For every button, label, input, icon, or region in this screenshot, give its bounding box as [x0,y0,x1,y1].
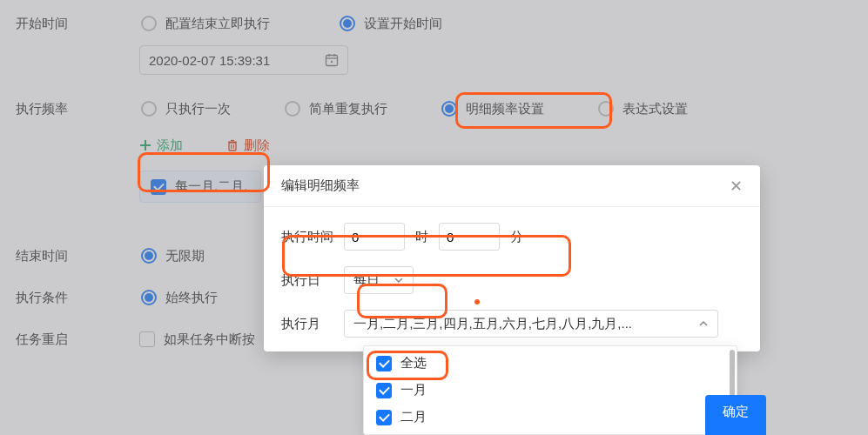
edit-frequency-modal: 编辑明细频率 ✕ 执行时间 时 分 执行日 每日 执行月 一月,二月,三月,四月… [264,165,760,351]
radio-start-set[interactable]: 设置开始时间 [338,12,444,36]
minute-unit: 分 [510,229,523,245]
delete-label: 删除 [244,137,270,154]
chevron-down-icon [394,275,404,285]
radio-circle-icon [141,16,157,31]
radio-end-unlimited-label: 无限期 [165,248,205,264]
checkbox-icon [376,356,392,371]
radio-circle-icon [285,101,300,117]
freq-selected-item[interactable]: 每一月,二月, [139,171,261,203]
plus-icon [139,139,151,151]
freq-item-summary: 每一月,二月, [175,178,247,195]
dropdown-scrollbar[interactable] [730,350,735,397]
radio-circle-icon [340,16,355,31]
month-2-label: 二月 [400,409,427,425]
calendar-icon [325,53,339,67]
dropdown-item-select-all[interactable]: 全选 [364,350,737,377]
exec-day-select[interactable]: 每日 [344,266,414,294]
radio-freq-once[interactable]: 只执行一次 [139,97,232,121]
start-time-label: 开始时间 [0,16,139,32]
restart-checkbox-label: 如果任务中断按 [164,331,255,348]
annotation-dot [474,299,480,304]
radio-circle-icon [141,101,157,117]
exec-time-label: 执行时间 [281,229,333,245]
close-icon: ✕ [730,177,743,195]
minute-input[interactable] [439,223,500,251]
modal-close-button[interactable]: ✕ [730,178,743,194]
svg-rect-7 [229,143,236,151]
condition-label: 执行条件 [0,290,139,306]
add-label: 添加 [157,137,183,154]
radio-cond-always-label: 始终执行 [165,290,218,306]
month-1-checkbox[interactable] [376,383,392,398]
radio-start-immediate-label: 配置结束立即执行 [165,16,270,32]
restart-label: 任务重启 [0,331,139,348]
radio-freq-detail[interactable]: 明细频率设置 [440,97,546,121]
exec-month-value: 一月,二月,三月,四月,五月,六月,七月,八月,九月,... [353,316,691,332]
radio-circle-icon [141,248,157,264]
start-datetime-input[interactable]: 2020-02-07 15:39:31 [139,45,348,75]
hour-unit: 时 [415,229,428,245]
exec-month-label: 执行月 [281,316,333,332]
checkbox-icon [376,410,392,425]
radio-circle-icon [141,290,157,305]
radio-cond-always[interactable]: 始终执行 [139,286,219,310]
select-all-checkbox[interactable] [376,356,392,371]
dropdown-item-month-2[interactable]: 二月 [364,404,737,431]
modal-title: 编辑明细频率 [281,177,360,194]
exec-day-label: 执行日 [281,272,333,289]
start-datetime-value: 2020-02-07 15:39:31 [149,53,270,68]
radio-end-unlimited[interactable]: 无限期 [139,244,206,268]
chevron-up-icon [698,318,709,329]
radio-freq-expr[interactable]: 表达式设置 [596,97,690,121]
radio-circle-icon [598,101,614,117]
dropdown-item-month-1[interactable]: 一月 [364,377,737,404]
select-all-label: 全选 [400,355,427,371]
month-2-checkbox[interactable] [376,410,392,425]
checkbox-icon [151,179,166,195]
svg-rect-0 [326,56,338,66]
radio-circle-icon [441,101,457,117]
svg-point-4 [331,61,333,63]
delete-button[interactable]: 删除 [226,137,270,154]
exec-day-value: 每日 [353,272,380,289]
radio-start-set-label: 设置开始时间 [364,16,442,32]
frequency-label: 执行频率 [0,101,139,117]
radio-freq-detail-label: 明细频率设置 [466,101,544,117]
freq-item-checkbox[interactable] [151,179,166,195]
checkbox-icon [139,331,155,347]
hour-input[interactable] [344,223,405,251]
ok-button[interactable]: 确定 [705,395,766,435]
add-button[interactable]: 添加 [139,137,183,154]
month-1-label: 一月 [400,382,427,398]
restart-checkbox[interactable]: 如果任务中断按 [139,331,255,348]
radio-freq-expr-label: 表达式设置 [622,101,688,117]
end-time-label: 结束时间 [0,248,139,264]
radio-freq-once-label: 只执行一次 [165,101,231,117]
radio-freq-simple-label: 简单重复执行 [309,101,387,117]
exec-month-select[interactable]: 一月,二月,三月,四月,五月,六月,七月,八月,九月,... [344,310,718,338]
radio-start-immediate[interactable]: 配置结束立即执行 [139,12,272,36]
trash-icon [226,139,239,151]
radio-freq-simple[interactable]: 简单重复执行 [283,97,389,121]
checkbox-icon [376,383,392,398]
month-dropdown: 全选 一月 二月 [363,345,737,435]
